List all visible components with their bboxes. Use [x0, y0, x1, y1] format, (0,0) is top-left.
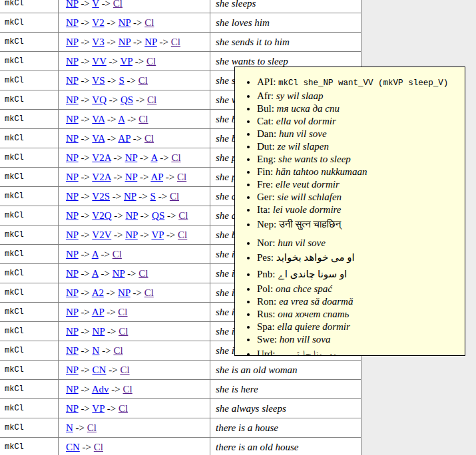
category-link-cl[interactable]: Cl: [171, 152, 180, 163]
category-link-np[interactable]: NP: [113, 268, 125, 279]
category-link-np[interactable]: NP: [66, 365, 79, 375]
category-link-np[interactable]: NP: [66, 210, 79, 221]
category-link-np[interactable]: NP: [66, 384, 79, 394]
category-link-cl[interactable]: Cl: [144, 17, 154, 28]
category-link-v2a[interactable]: V2A: [92, 152, 111, 163]
category-link-np[interactable]: NP: [66, 229, 79, 240]
translation-value: sie will schlafen: [277, 192, 342, 202]
category-link-np[interactable]: NP: [93, 326, 105, 337]
category-link-cl[interactable]: Cl: [94, 442, 103, 452]
category-link-np[interactable]: NP: [66, 152, 79, 163]
category-link-vp[interactable]: VP: [120, 56, 132, 67]
category-link-cl[interactable]: Cl: [123, 384, 132, 394]
category-link-n[interactable]: N: [93, 345, 100, 356]
category-link-np[interactable]: NP: [66, 56, 79, 67]
category-link-cn[interactable]: CN: [66, 442, 80, 452]
category-link-a[interactable]: A: [150, 152, 157, 163]
category-link-np[interactable]: NP: [66, 191, 79, 202]
category-link-a2[interactable]: A2: [92, 287, 104, 298]
category-link-cl[interactable]: Cl: [178, 210, 188, 221]
category-link-cl[interactable]: Cl: [146, 56, 156, 67]
category-link-vp[interactable]: VP: [152, 229, 164, 240]
category-link-s[interactable]: S: [119, 75, 124, 86]
category-link-cl[interactable]: Cl: [113, 249, 122, 259]
category-link-np[interactable]: NP: [66, 307, 79, 317]
category-link-np[interactable]: NP: [118, 287, 130, 298]
category-link-cl[interactable]: Cl: [144, 287, 154, 298]
category-link-cl[interactable]: Cl: [171, 37, 180, 47]
category-link-n[interactable]: N: [66, 422, 73, 433]
category-link-np[interactable]: NP: [66, 326, 79, 337]
rule-cell: NP -> V2Q -> NP -> QS -> Cl: [59, 206, 210, 226]
category-link-v2s[interactable]: V2S: [92, 191, 110, 202]
category-link-va[interactable]: VA: [92, 114, 105, 124]
category-link-np[interactable]: NP: [66, 114, 79, 124]
category-link-qs[interactable]: QS: [152, 210, 164, 221]
category-link-cl[interactable]: Cl: [119, 326, 128, 337]
category-link-a[interactable]: A: [118, 114, 124, 124]
category-link-ap[interactable]: AP: [92, 307, 105, 317]
category-link-np[interactable]: NP: [124, 191, 136, 202]
category-link-v2[interactable]: V2: [92, 17, 104, 28]
arrow-separator: ->: [79, 75, 93, 86]
arrow-separator: ->: [124, 75, 138, 86]
category-link-qs[interactable]: QS: [120, 94, 133, 105]
category-link-np[interactable]: NP: [125, 229, 138, 240]
category-link-np[interactable]: NP: [66, 94, 79, 105]
category-link-cl[interactable]: Cl: [118, 307, 127, 317]
category-link-ap[interactable]: AP: [150, 172, 163, 182]
category-link-cl[interactable]: Cl: [177, 172, 186, 182]
category-link-np[interactable]: NP: [66, 403, 79, 414]
category-link-np[interactable]: NP: [125, 152, 138, 163]
category-link-cl[interactable]: Cl: [170, 191, 179, 202]
category-link-cl[interactable]: Cl: [119, 403, 128, 414]
arrow-separator: ->: [79, 210, 93, 221]
category-link-v3[interactable]: V3: [92, 37, 104, 47]
category-link-cl[interactable]: Cl: [138, 114, 148, 124]
category-link-v2a[interactable]: V2A: [92, 172, 111, 182]
category-link-v[interactable]: V: [92, 0, 99, 9]
category-link-adv[interactable]: Adv: [92, 384, 109, 394]
category-link-np[interactable]: NP: [66, 345, 79, 356]
language-code-label: Swe:: [257, 334, 280, 345]
translation-item: Cat: ella vol dormir: [257, 115, 459, 128]
category-link-np[interactable]: NP: [66, 75, 79, 86]
category-link-a[interactable]: A: [92, 268, 99, 279]
category-link-s[interactable]: S: [150, 191, 156, 202]
rule-cell: NP -> Adv -> Cl: [59, 380, 210, 399]
category-link-vp[interactable]: VP: [92, 403, 105, 414]
category-link-cl[interactable]: Cl: [147, 94, 156, 105]
category-link-vs[interactable]: VS: [92, 75, 105, 86]
category-link-cl[interactable]: Cl: [138, 268, 148, 279]
category-link-vq[interactable]: VQ: [92, 94, 107, 105]
arrow-separator: ->: [79, 384, 92, 394]
category-link-np[interactable]: NP: [66, 172, 79, 182]
category-link-np[interactable]: NP: [119, 17, 131, 28]
category-link-np[interactable]: NP: [66, 37, 79, 47]
category-link-np[interactable]: NP: [66, 133, 79, 144]
category-link-v2q[interactable]: V2Q: [92, 210, 111, 221]
category-link-cl[interactable]: Cl: [178, 229, 187, 240]
category-link-cl[interactable]: Cl: [138, 75, 148, 86]
category-link-np[interactable]: NP: [125, 172, 138, 182]
category-link-np[interactable]: NP: [66, 249, 79, 259]
category-link-cn[interactable]: CN: [93, 365, 107, 375]
arrow-separator: ->: [80, 442, 94, 452]
category-link-ap[interactable]: AP: [118, 133, 130, 144]
category-link-cl[interactable]: Cl: [113, 0, 122, 9]
category-link-cl[interactable]: Cl: [113, 345, 122, 356]
category-link-va[interactable]: VA: [92, 133, 105, 144]
category-link-cl[interactable]: Cl: [87, 422, 97, 433]
category-link-np[interactable]: NP: [66, 287, 79, 298]
category-link-np[interactable]: NP: [119, 37, 131, 47]
category-link-np[interactable]: NP: [66, 17, 79, 28]
category-link-np[interactable]: NP: [66, 0, 79, 9]
category-link-cl[interactable]: Cl: [120, 365, 129, 375]
category-link-v2v[interactable]: V2V: [92, 229, 111, 240]
category-link-a[interactable]: A: [92, 249, 99, 259]
category-link-np[interactable]: NP: [66, 268, 79, 279]
category-link-np[interactable]: NP: [125, 210, 138, 221]
category-link-vv[interactable]: VV: [92, 56, 106, 67]
category-link-np[interactable]: NP: [144, 37, 157, 47]
category-link-cl[interactable]: Cl: [144, 133, 154, 144]
